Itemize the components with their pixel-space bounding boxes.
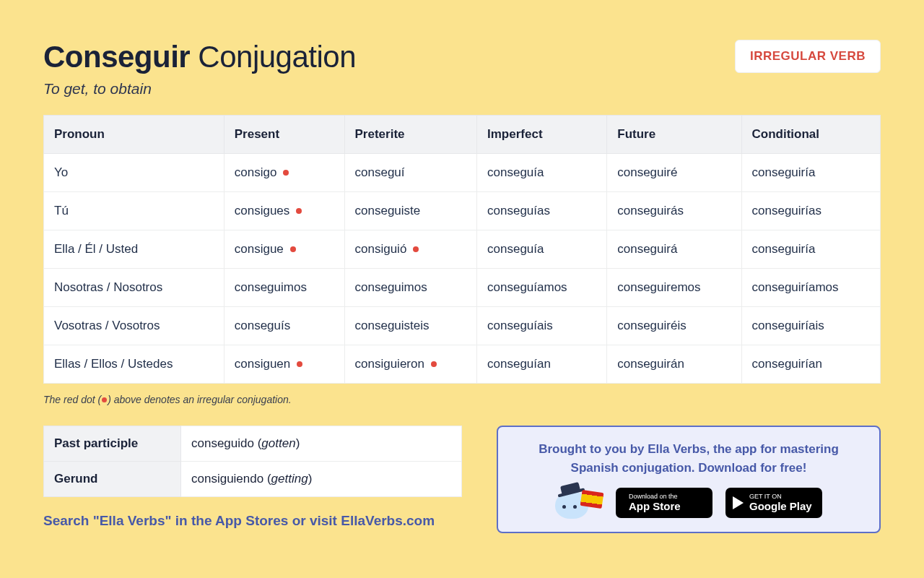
pronoun-cell: Ella / Él / Usted (44, 230, 225, 269)
conjugation-cell: consiguen (224, 345, 344, 384)
conjugation-cell: conseguiría (741, 230, 880, 269)
conjugation-cell: conseguiré (607, 154, 741, 192)
forms-table: Past participle conseguido (gotten) Geru… (43, 426, 462, 497)
conjugation-cell: conseguía (477, 154, 607, 192)
conjugation-cell: conseguiríamos (741, 269, 880, 307)
pronoun-cell: Tú (44, 192, 225, 230)
conjugation-cell: consiguieron (344, 345, 477, 384)
conjugation-cell: conseguíais (477, 307, 607, 345)
conjugation-cell: conseguirás (607, 192, 741, 230)
red-dot-icon (296, 208, 302, 214)
red-dot-icon (283, 170, 289, 176)
conjugation-cell: conseguimos (224, 269, 344, 307)
pronoun-cell: Ellas / Ellos / Ustedes (44, 345, 225, 384)
table-row: Ella / Él / Ustedconsigue consiguió cons… (44, 230, 881, 269)
table-row: Túconsigues conseguiste conseguías conse… (44, 192, 881, 230)
red-dot-icon (102, 397, 107, 402)
conjugation-cell: conseguiremos (607, 269, 741, 307)
table-row: Ellas / Ellos / Ustedesconsiguen consigu… (44, 345, 881, 384)
conjugation-cell: conseguiste (344, 192, 477, 230)
conjugation-cell: conseguí (344, 154, 477, 192)
promo-box: Brought to you by Ella Verbs, the app fo… (497, 426, 881, 533)
conjugation-cell: conseguías (477, 192, 607, 230)
conjugation-cell: consigue (224, 230, 344, 269)
gerund-value: consiguiendo (getting) (181, 462, 462, 497)
conjugation-cell: conseguirían (741, 345, 880, 384)
table-row: Vosotras / Vosotrosconseguís conseguiste… (44, 307, 881, 345)
column-header: Preterite (344, 116, 477, 154)
gerund-label: Gerund (44, 462, 181, 497)
column-header: Present (224, 116, 344, 154)
pronoun-cell: Nosotras / Nosotros (44, 269, 225, 307)
google-play-button[interactable]: GET IT ON Google Play (725, 488, 822, 518)
conjugation-cell: conseguiría (741, 154, 880, 192)
conjugation-cell: conseguirá (607, 230, 741, 269)
red-dot-icon (297, 361, 302, 367)
red-dot-icon (413, 246, 419, 252)
table-row: Yoconsigo conseguí conseguía conseguiré … (44, 154, 881, 192)
column-header: Pronoun (44, 116, 225, 154)
conjugation-cell: conseguimos (344, 269, 477, 307)
conjugation-cell: consiguió (344, 230, 477, 269)
mascot-icon (555, 487, 603, 519)
verb-meaning: To get, to obtain (43, 80, 881, 98)
column-header: Conditional (741, 116, 880, 154)
conjugation-cell: conseguirán (607, 345, 741, 384)
table-row: Nosotras / Nosotrosconseguimos conseguim… (44, 269, 881, 307)
column-header: Imperfect (477, 116, 607, 154)
legend-text: The red dot () above denotes an irregula… (43, 394, 881, 405)
conjugation-cell: conseguían (477, 345, 607, 384)
pronoun-cell: Yo (44, 154, 225, 192)
past-participle-label: Past participle (44, 426, 181, 462)
red-dot-icon (290, 246, 296, 252)
app-store-button[interactable]: Download on the App Store (616, 488, 712, 518)
conjugation-cell: conseguiréis (607, 307, 741, 345)
past-participle-value: conseguido (gotten) (181, 426, 462, 462)
conjugation-cell: conseguíamos (477, 269, 607, 307)
search-instruction: Search "Ella Verbs" in the App Stores or… (43, 513, 462, 529)
conjugation-cell: consigo (224, 154, 344, 192)
conjugation-cell: consigues (224, 192, 344, 230)
irregular-badge: IRREGULAR VERB (735, 40, 881, 73)
conjugation-cell: conseguisteis (344, 307, 477, 345)
red-dot-icon (431, 361, 437, 367)
verb-name: Conseguir (43, 40, 190, 74)
conjugation-cell: conseguía (477, 230, 607, 269)
pronoun-cell: Vosotras / Vosotros (44, 307, 225, 345)
conjugation-cell: conseguirías (741, 192, 880, 230)
conjugation-cell: conseguís (224, 307, 344, 345)
page-title: Conseguir Conjugation (43, 40, 356, 74)
conjugation-cell: conseguiríais (741, 307, 880, 345)
play-icon (733, 496, 744, 509)
promo-text: Brought to you by Ella Verbs, the app fo… (515, 440, 862, 477)
conjugation-table: PronounPresentPreteriteImperfectFutureCo… (43, 115, 881, 384)
title-suffix: Conjugation (198, 40, 356, 74)
column-header: Future (607, 116, 741, 154)
